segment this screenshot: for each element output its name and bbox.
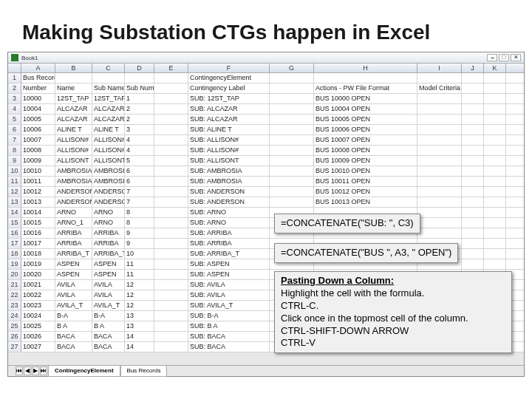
cell[interactable]: 10009 [21, 156, 55, 166]
cell[interactable]: SUB: ALLISON# [188, 146, 270, 155]
cell[interactable]: Actions - PW File Format [314, 83, 417, 93]
table-row[interactable]: 910009ALLISONTALLISONT5SUB: ALLISONTBUS … [8, 156, 524, 166]
cell[interactable] [417, 115, 462, 124]
cell[interactable]: 13 [125, 321, 154, 331]
cell[interactable]: BUS 10007 OPEN [314, 135, 417, 145]
cell[interactable]: BACA [55, 342, 92, 352]
cell[interactable]: 10022 [21, 290, 55, 300]
cell[interactable]: ARNO [92, 208, 125, 217]
cell[interactable]: ALLISON# [92, 135, 125, 145]
row-number[interactable]: 14 [8, 208, 21, 217]
cell[interactable]: 12 [125, 301, 154, 310]
col-H[interactable]: H [314, 64, 417, 72]
cell[interactable]: Sub Num [125, 83, 154, 93]
cell[interactable] [154, 228, 188, 238]
cell[interactable]: 10 [125, 249, 154, 259]
cell[interactable] [270, 115, 314, 124]
row-number[interactable]: 21 [8, 280, 21, 290]
cell[interactable]: 2 [125, 104, 154, 114]
row-number[interactable]: 19 [8, 259, 21, 269]
cell[interactable]: AVILA [55, 280, 92, 290]
cell[interactable]: BUS 10009 OPEN [314, 156, 417, 166]
row-number[interactable]: 2 [8, 83, 21, 93]
cell[interactable]: ALCAZAR [55, 115, 92, 124]
cell[interactable]: 10026 [21, 332, 55, 341]
row-number[interactable]: 3 [8, 94, 21, 103]
cell[interactable] [92, 73, 125, 83]
cell[interactable] [154, 156, 188, 166]
cell[interactable]: 10008 [21, 146, 55, 155]
cell[interactable] [270, 83, 314, 93]
table-row[interactable]: 1510015ARNO_1ARNO8SUB: ARNO [8, 218, 524, 228]
cell[interactable]: B-A [92, 311, 125, 321]
cell[interactable] [484, 208, 506, 217]
cell[interactable]: SUB: B A [188, 321, 270, 331]
cell[interactable]: ALCAZAR [55, 104, 92, 114]
cell[interactable]: AMBROSIA [92, 166, 125, 176]
row-number[interactable]: 18 [8, 249, 21, 259]
row-number[interactable]: 16 [8, 228, 21, 238]
cell[interactable] [154, 125, 188, 134]
row-number[interactable]: 20 [8, 270, 21, 279]
cell[interactable] [417, 187, 462, 197]
table-row[interactable]: 1610016ARRIBAARRIBA9SUB: ARRIBA [8, 228, 524, 239]
cell[interactable] [270, 104, 314, 114]
cell[interactable] [462, 115, 484, 124]
cell[interactable] [154, 177, 188, 186]
cell[interactable]: ARRIBA [55, 228, 92, 238]
row-number[interactable]: 6 [8, 125, 21, 134]
cell[interactable]: 8 [125, 218, 154, 228]
cell[interactable]: BACA [92, 332, 125, 341]
cell[interactable] [154, 301, 188, 310]
cell[interactable]: ALINE T [55, 125, 92, 134]
cell[interactable] [154, 135, 188, 145]
cell[interactable]: 14 [125, 342, 154, 352]
cell[interactable]: 12 [125, 290, 154, 300]
cell[interactable]: ALINE T [92, 125, 125, 134]
row-number[interactable]: 13 [8, 197, 21, 207]
cell[interactable] [417, 73, 462, 83]
cell[interactable] [417, 104, 462, 114]
cell[interactable]: 11 [125, 270, 154, 279]
cell[interactable] [462, 249, 484, 259]
cell[interactable]: SUB: AMBROSIA [188, 177, 270, 186]
cell[interactable] [154, 280, 188, 290]
cell[interactable] [484, 104, 506, 114]
cell[interactable]: SUB: ARNO [188, 208, 270, 217]
cell[interactable]: 10016 [21, 228, 55, 238]
cell[interactable] [417, 208, 462, 217]
cell[interactable] [417, 177, 462, 186]
cell[interactable]: Bus Records [21, 73, 55, 83]
table-row[interactable]: 410004ALCAZARALCAZAR2SUB: ALCAZARBUS 100… [8, 104, 524, 115]
row-number[interactable]: 4 [8, 104, 21, 114]
cell[interactable]: Sub Name [92, 83, 125, 93]
cell[interactable] [125, 73, 154, 83]
cell[interactable]: 10025 [21, 321, 55, 331]
cell[interactable]: AVILA_T [55, 301, 92, 310]
cell[interactable] [417, 218, 462, 228]
cell[interactable]: SUB: ANDERSON [188, 197, 270, 207]
cell[interactable] [417, 228, 462, 238]
cell[interactable]: 4 [125, 135, 154, 145]
close-icon[interactable]: ✕ [511, 54, 521, 61]
cell[interactable] [417, 197, 462, 207]
cell[interactable]: 3 [125, 125, 154, 134]
cell[interactable] [484, 249, 506, 259]
cell[interactable] [484, 239, 506, 248]
cell[interactable] [484, 94, 506, 103]
cell[interactable] [154, 239, 188, 248]
col-G[interactable]: G [270, 64, 314, 72]
cell[interactable] [270, 177, 314, 186]
cell[interactable]: ALLISON# [55, 146, 92, 155]
cell[interactable] [462, 208, 484, 217]
table-row[interactable]: 1Bus RecordsContingencyElement [8, 73, 524, 83]
tab-nav-first-icon[interactable]: ⏮ [16, 366, 23, 375]
cell[interactable] [417, 94, 462, 103]
cell[interactable]: 10017 [21, 239, 55, 248]
cell[interactable]: 9 [125, 239, 154, 248]
cell[interactable]: SUB: ARRIBA_T [188, 249, 270, 259]
cell[interactable]: 10024 [21, 311, 55, 321]
cell[interactable] [270, 125, 314, 134]
cell[interactable]: SUB: AVILA_T [188, 301, 270, 310]
cell[interactable]: AMBROSIA [55, 166, 92, 176]
